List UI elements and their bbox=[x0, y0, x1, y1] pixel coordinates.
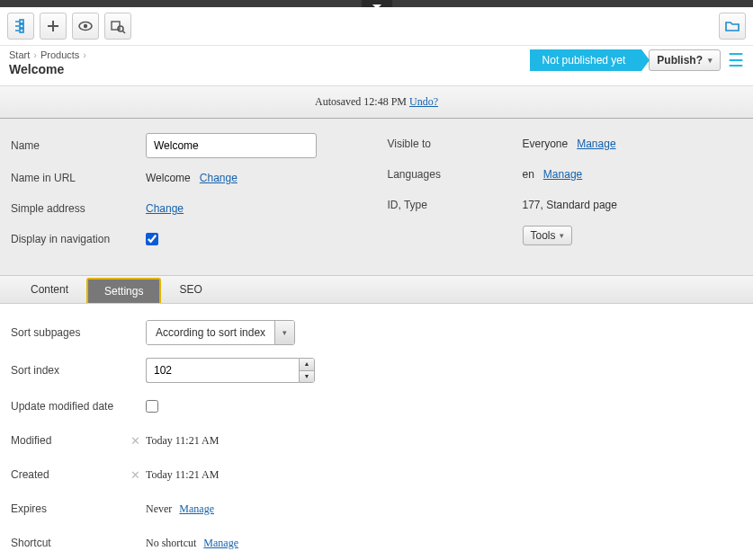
stepper-up[interactable]: ▲ bbox=[300, 359, 314, 371]
name-label: Name bbox=[11, 139, 146, 152]
tab-content[interactable]: Content bbox=[13, 276, 86, 303]
expires-value: Never bbox=[146, 502, 172, 516]
chevron-right-icon: › bbox=[83, 49, 86, 60]
svg-rect-2 bbox=[20, 29, 23, 32]
name-url-label: Name in URL bbox=[11, 172, 146, 184]
tab-seo[interactable]: SEO bbox=[161, 276, 220, 303]
top-strip bbox=[0, 0, 753, 7]
simple-address-label: Simple address bbox=[11, 202, 146, 215]
languages-label: Languages bbox=[388, 168, 523, 181]
modified-value: Today 11:21 AM bbox=[146, 434, 219, 448]
breadcrumb-products[interactable]: Products bbox=[40, 49, 79, 60]
chevron-down-icon: ▾ bbox=[560, 231, 564, 240]
tools-label: Tools bbox=[531, 229, 556, 242]
languages-value: en bbox=[523, 168, 534, 181]
name-input[interactable] bbox=[146, 133, 317, 158]
assets-button[interactable] bbox=[719, 13, 746, 40]
publish-label: Publish? bbox=[657, 54, 703, 67]
chevron-right-icon: › bbox=[33, 49, 37, 60]
sort-subpages-value: According to sort index bbox=[147, 321, 274, 344]
autosave-time: 12:48 PM bbox=[363, 95, 407, 108]
expires-manage-link[interactable]: Manage bbox=[179, 502, 214, 516]
shortcut-value: No shortcut bbox=[146, 537, 196, 550]
toolbar bbox=[0, 7, 753, 46]
svg-rect-1 bbox=[20, 24, 23, 28]
created-value: Today 11:21 AM bbox=[146, 468, 219, 482]
shortcut-manage-link[interactable]: Manage bbox=[203, 537, 238, 550]
breadcrumb-start[interactable]: Start bbox=[9, 49, 30, 60]
tab-settings[interactable]: Settings bbox=[86, 278, 161, 303]
publish-button[interactable]: Publish? ▾ bbox=[649, 49, 721, 71]
breadcrumb: Start › Products › bbox=[9, 49, 86, 60]
page-header: Start › Products › Welcome Not published… bbox=[0, 46, 753, 85]
update-modified-label: Update modified date bbox=[11, 400, 146, 413]
wrench-icon[interactable]: ✕ bbox=[130, 434, 140, 448]
simple-address-change-link[interactable]: Change bbox=[146, 202, 184, 215]
name-url-value: Welcome bbox=[146, 172, 191, 184]
chevron-down-icon: ▾ bbox=[708, 56, 713, 65]
svg-rect-0 bbox=[20, 20, 23, 23]
idtype-label: ID, Type bbox=[388, 199, 523, 211]
shortcut-label: Shortcut bbox=[11, 537, 146, 549]
created-label: Created bbox=[11, 468, 49, 481]
expires-label: Expires bbox=[11, 502, 146, 515]
preview-button[interactable] bbox=[72, 13, 99, 40]
settings-panel: Sort subpages According to sort index ▾ … bbox=[0, 304, 753, 560]
tools-button[interactable]: Tools ▾ bbox=[523, 226, 572, 245]
stepper-down[interactable]: ▼ bbox=[300, 371, 314, 383]
display-nav-checkbox[interactable] bbox=[146, 233, 158, 245]
sort-index-label: Sort index bbox=[11, 364, 146, 377]
undo-link[interactable]: Undo? bbox=[409, 95, 438, 108]
sort-subpages-select[interactable]: According to sort index ▾ bbox=[146, 320, 295, 345]
properties-panel: Name Name in URL Welcome Change Simple a… bbox=[0, 119, 753, 276]
modified-label: Modified bbox=[11, 434, 51, 447]
svg-point-4 bbox=[84, 24, 87, 28]
autosave-prefix: Autosaved bbox=[315, 95, 361, 108]
tree-toggle-button[interactable] bbox=[7, 13, 34, 40]
languages-manage-link[interactable]: Manage bbox=[543, 168, 582, 181]
visible-to-manage-link[interactable]: Manage bbox=[577, 138, 615, 150]
sort-index-input[interactable] bbox=[146, 358, 299, 383]
wrench-icon[interactable]: ✕ bbox=[130, 468, 140, 482]
page-title: Welcome bbox=[9, 62, 86, 76]
update-modified-checkbox[interactable] bbox=[146, 400, 158, 413]
idtype-value: 177, Standard page bbox=[523, 199, 617, 211]
display-nav-label: Display in navigation bbox=[11, 233, 146, 245]
list-view-icon[interactable]: ☰ bbox=[728, 51, 744, 69]
search-button[interactable] bbox=[104, 13, 131, 40]
chevron-down-icon: ▾ bbox=[274, 321, 294, 344]
autosave-bar: Autosaved 12:48 PM Undo? bbox=[0, 85, 753, 119]
add-button[interactable] bbox=[40, 13, 67, 40]
publish-status-flag: Not published yet bbox=[530, 49, 642, 71]
sort-index-stepper[interactable]: ▲ ▼ bbox=[146, 358, 315, 383]
visible-to-value: Everyone bbox=[523, 138, 569, 150]
name-url-change-link[interactable]: Change bbox=[200, 172, 238, 184]
status-text: Not published yet bbox=[542, 54, 626, 67]
sort-subpages-label: Sort subpages bbox=[11, 326, 146, 339]
tabs-bar: Content Settings SEO bbox=[0, 276, 753, 304]
visible-to-label: Visible to bbox=[388, 138, 523, 150]
